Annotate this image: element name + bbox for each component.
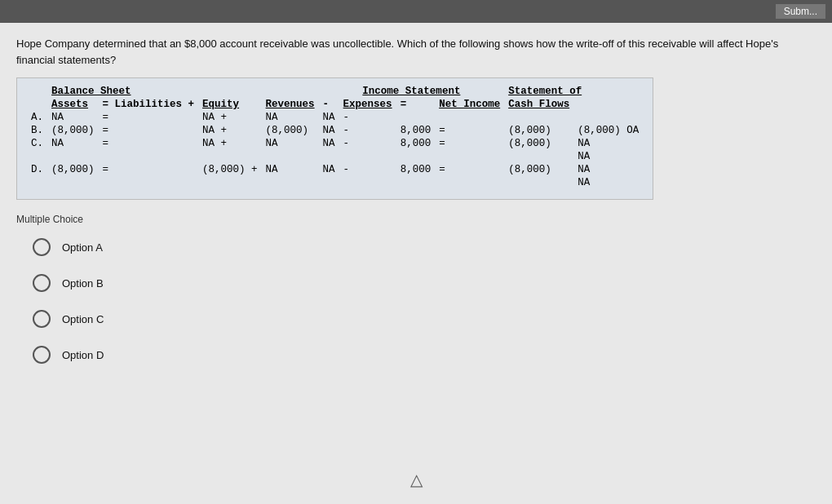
submit-button[interactable]: Subm... xyxy=(776,4,825,19)
row-letter: C. xyxy=(27,137,47,150)
row-liabilities: NA + xyxy=(198,111,262,124)
option-a[interactable]: Option A xyxy=(33,238,816,256)
row-assets: NA xyxy=(47,137,99,150)
option-label-a: Option A xyxy=(62,241,103,254)
row-eq2: = xyxy=(435,124,504,137)
row-assets: (8,000) xyxy=(47,124,99,137)
table-row: A. NA = NA + NA NA - xyxy=(27,111,643,124)
col-expenses-header: Expenses xyxy=(339,98,396,111)
row-netincome: (8,000) xyxy=(504,137,573,150)
col-eq2-header: = xyxy=(396,98,436,111)
row-expenses: 8,000 xyxy=(396,137,436,150)
row-equity: NA xyxy=(262,163,319,176)
row-eq1: = xyxy=(99,124,199,137)
balance-sheet-header: Balance Sheet xyxy=(47,85,262,98)
row-cashflows: (8,000) OA xyxy=(573,124,643,137)
row-liabilities: NA + xyxy=(198,124,262,137)
income-statement-header: Income Statement xyxy=(319,85,505,98)
row-minus: - xyxy=(339,137,396,150)
options-area: Option A Option B Option C Option D xyxy=(16,235,816,390)
row-letter: D. xyxy=(27,163,47,176)
question-text: Hope Company determined that an $8,000 a… xyxy=(16,36,799,68)
row-eq2 xyxy=(435,111,504,124)
row-netincome xyxy=(504,111,573,124)
radio-d[interactable] xyxy=(33,346,51,364)
row-assets: NA xyxy=(47,111,99,124)
row-minus: - xyxy=(339,111,396,124)
option-d[interactable]: Option D xyxy=(33,346,816,364)
row-letter: A. xyxy=(27,111,47,124)
row-eq1: = xyxy=(99,163,199,176)
row-minus: - xyxy=(339,163,396,176)
col-assets-header: Assets xyxy=(47,98,99,111)
table-row-extra: NA xyxy=(27,176,643,189)
table-row-extra: NA xyxy=(27,150,643,163)
col-eq-header: = Liabilities + xyxy=(99,98,199,111)
radio-c[interactable] xyxy=(33,310,51,328)
row-eq1: = xyxy=(99,137,199,150)
col-minus-header: - xyxy=(319,98,339,111)
option-b[interactable]: Option B xyxy=(33,274,816,292)
row-revenues: NA xyxy=(319,163,339,176)
extra-cashflow: NA xyxy=(573,176,643,189)
extra-cashflow: NA xyxy=(573,150,643,163)
table-container: Balance Sheet Income Statement Statement… xyxy=(16,77,653,200)
col-letter-header xyxy=(27,85,47,98)
row-revenues: NA xyxy=(319,111,339,124)
row-eq2: = xyxy=(435,137,504,150)
col-netincome-header: Net Income xyxy=(435,98,504,111)
row-letter: B. xyxy=(27,124,47,137)
nav-icon[interactable]: △ xyxy=(410,470,423,489)
table-row: B. (8,000) = NA + (8,000) NA - 8,000 = (… xyxy=(27,124,643,137)
row-liabilities: (8,000) + xyxy=(198,163,262,176)
row-cashflows: NA xyxy=(573,163,643,176)
col-equity-header: Equity xyxy=(198,98,262,111)
row-netincome: (8,000) xyxy=(504,163,573,176)
statement-header: Statement of xyxy=(504,85,643,98)
multiple-choice-label: Multiple Choice xyxy=(16,214,816,225)
row-assets: (8,000) xyxy=(47,163,99,176)
radio-a[interactable] xyxy=(33,238,51,256)
row-expenses: 8,000 xyxy=(396,163,436,176)
row-netincome: (8,000) xyxy=(504,124,573,137)
col-letter-subheader xyxy=(27,98,47,111)
radio-b[interactable] xyxy=(33,274,51,292)
row-expenses xyxy=(396,111,436,124)
option-label-c: Option C xyxy=(62,313,104,325)
main-table: Balance Sheet Income Statement Statement… xyxy=(27,85,643,189)
option-label-d: Option D xyxy=(62,349,104,361)
table-row: C. NA = NA + NA NA - 8,000 = (8,000) NA xyxy=(27,137,643,150)
col-cashflows-header: Cash Flows xyxy=(504,98,573,111)
row-revenues: NA xyxy=(319,124,339,137)
row-liabilities: NA + xyxy=(198,137,262,150)
row-equity: NA xyxy=(262,111,319,124)
row-equity: NA xyxy=(262,137,319,150)
row-cashflows: NA xyxy=(573,137,643,150)
option-label-b: Option B xyxy=(62,277,104,290)
row-cashflows xyxy=(573,111,643,124)
row-revenues: NA xyxy=(319,137,339,150)
row-eq1: = xyxy=(99,111,199,124)
row-minus: - xyxy=(339,124,396,137)
spacer1 xyxy=(262,85,319,98)
col-revenues-header: Revenues xyxy=(262,98,319,111)
row-equity: (8,000) xyxy=(262,124,319,137)
table-row: D. (8,000) = (8,000) + NA NA - 8,000 = (… xyxy=(27,163,643,176)
row-expenses: 8,000 xyxy=(396,124,436,137)
option-c[interactable]: Option C xyxy=(33,310,816,328)
row-eq2: = xyxy=(435,163,504,176)
